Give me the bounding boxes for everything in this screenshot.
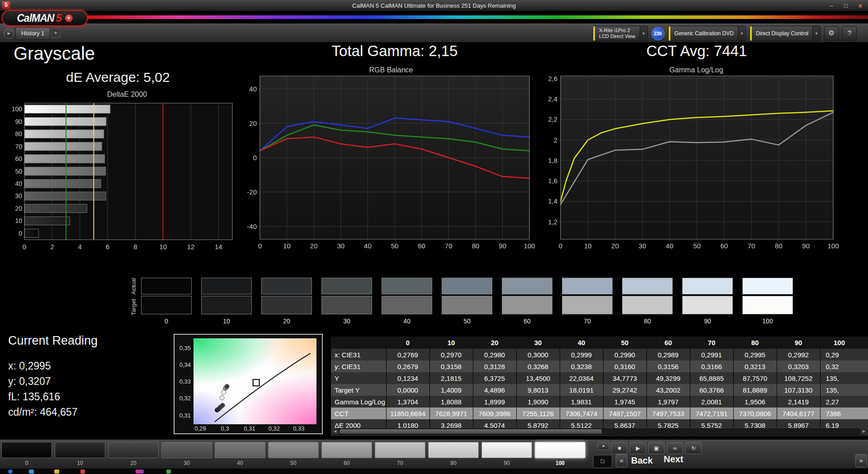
source-dropdown[interactable]: Generic Calibration DVD ▾	[668, 26, 746, 41]
table-cell: 0,32	[820, 360, 868, 372]
svg-text:1,8: 1,8	[548, 156, 557, 164]
back-button[interactable]: « Back	[616, 454, 653, 467]
table-cell: 13,4500	[516, 372, 560, 384]
swatch-label: 10	[201, 318, 252, 325]
grayscale-step-button-20[interactable]: 20	[108, 442, 159, 466]
actual-swatch	[141, 278, 192, 294]
svg-text:1,4: 1,4	[548, 197, 557, 205]
svg-text:40: 40	[666, 242, 674, 250]
refresh-button[interactable]: ↻	[685, 442, 702, 454]
grayscale-step-button-0[interactable]: 0	[1, 442, 52, 466]
maximize-button[interactable]: □	[841, 2, 851, 9]
close-button[interactable]: ×	[855, 2, 865, 9]
swatch-label: 80	[622, 318, 673, 325]
table-cell: 2,1815	[429, 372, 473, 384]
step-label: 60	[321, 460, 372, 466]
step-label: 20	[108, 460, 159, 466]
add-tab-button[interactable]: +	[51, 28, 61, 38]
step-swatch	[321, 442, 372, 458]
table-row: Y0,12342,18156,372513,450022,036434,7773…	[331, 372, 868, 384]
next-button[interactable]: Next	[664, 454, 683, 465]
window-title: CalMAN 5 CalMAN Ultimate for Business 25…	[352, 2, 516, 9]
total-gamma-heading: Total Gamma: 2,15	[286, 43, 503, 60]
chevron-down-icon[interactable]: ▾	[812, 26, 820, 41]
table-cell: 0,3160	[603, 360, 646, 372]
svg-text:80: 80	[775, 242, 783, 250]
grayscale-step-button-30[interactable]: 30	[161, 442, 212, 466]
step-swatch	[215, 442, 265, 458]
table-column-header: 90	[777, 337, 820, 349]
table-cell: 22,0364	[560, 372, 603, 384]
chevron-right-icon[interactable]: »	[855, 454, 867, 467]
gamma-svg-svg: 01020304050607080901002,62,42,221,81,61,…	[538, 75, 854, 252]
table-cell: 81,8889	[733, 384, 777, 396]
loop-button[interactable]: ∞	[667, 442, 683, 454]
tab-history-1[interactable]: History 1	[15, 27, 50, 40]
table-cell: 0,3268	[516, 360, 560, 372]
cct-avg-heading: CCT Avg: 7441	[588, 43, 805, 60]
table-cell: 7497,7533	[646, 408, 690, 419]
svg-text:90: 90	[802, 242, 810, 250]
minimize-button[interactable]: –	[826, 2, 836, 9]
scroll-up-button[interactable]: ▲	[598, 442, 609, 450]
grayscale-step-button-50[interactable]: 50	[268, 442, 319, 466]
grayscale-swatch-column: 80	[622, 278, 673, 325]
scroll-left-icon[interactable]: ◀	[331, 428, 339, 435]
step-label: 0	[1, 460, 52, 466]
table-cell: 0,3156	[646, 360, 690, 372]
svg-text:0: 0	[559, 242, 562, 250]
table-cell: 65,8885	[690, 372, 733, 384]
chevron-down-icon[interactable]: ▾	[640, 26, 647, 41]
target-swatch	[321, 296, 372, 314]
swatch-label: 20	[261, 318, 312, 325]
table-cell: 0,3000	[516, 349, 560, 360]
swatch-label: 90	[682, 318, 733, 325]
panel-toggle-button[interactable]: ▸	[4, 28, 14, 38]
grayscale-step-button-80[interactable]: 80	[428, 442, 479, 466]
grayscale-step-button-100[interactable]: 100	[535, 442, 585, 466]
pattern-window-button[interactable]: □	[593, 455, 612, 468]
app-icon: 5	[2, 1, 10, 9]
stop-button[interactable]: ■	[611, 442, 627, 454]
grayscale-step-button-70[interactable]: 70	[375, 442, 425, 466]
svg-text:0: 0	[258, 242, 262, 250]
grayscale-step-button-90[interactable]: 90	[481, 442, 532, 466]
meter-dropdown[interactable]: X-Rite i1Pro 2 LCD Direct View ▾	[593, 26, 648, 41]
table-cell: 7628,9971	[429, 408, 473, 419]
chevron-down-icon[interactable]: ▾	[738, 26, 745, 41]
scroll-right-icon[interactable]: ▶	[860, 428, 868, 435]
svg-text:10: 10	[159, 243, 167, 251]
grayscale-step-button-60[interactable]: 60	[321, 442, 372, 466]
display-control-dropdown[interactable]: Direct Display Control ▾	[750, 26, 821, 41]
grayscale-step-button-10[interactable]: 10	[55, 442, 105, 466]
calman-window: 5 CalMAN 5 CalMAN Ultimate for Business …	[0, 0, 868, 474]
deltae-plot-svg: 024681012141009080706050403020100	[12, 100, 242, 254]
svg-text:40: 40	[15, 180, 22, 187]
chevron-left-icon: «	[616, 454, 627, 467]
svg-text:-20: -20	[247, 188, 257, 196]
table-scrollbar[interactable]: ◀ ▶	[331, 428, 868, 436]
actual-swatch	[201, 278, 252, 294]
logo-menu-caret-icon[interactable]: ▼	[65, 14, 73, 22]
meter-count-badge[interactable]: 236	[651, 27, 665, 40]
record-button[interactable]: ▣	[648, 442, 665, 454]
step-swatch	[268, 442, 319, 458]
table-cell: 7472,7191	[690, 408, 733, 419]
grayscale-step-button-40[interactable]: 40	[215, 442, 265, 466]
table-cell: 0,3128	[473, 360, 516, 372]
grayscale-swatch-column: 0	[141, 278, 192, 325]
table-cell: 0,0000	[386, 384, 429, 396]
help-icon[interactable]: ?	[842, 26, 857, 41]
swatch-columns: 0102030405060708090100	[141, 278, 793, 325]
gear-icon[interactable]: ⚙	[824, 26, 839, 41]
table-row-label: Gamma Log/Log	[331, 396, 386, 408]
cie-plot: 0,290,30,310,320,330,350,340,330,320,31	[175, 335, 322, 433]
table-cell: 6,3725	[473, 372, 516, 384]
taskbar-sliver	[0, 469, 868, 474]
table-corner-cell	[331, 337, 386, 349]
svg-text:0,32: 0,32	[179, 395, 191, 402]
actual-swatch	[442, 278, 492, 294]
svg-text:100: 100	[12, 105, 22, 113]
play-button[interactable]: ▶	[630, 442, 646, 454]
scrollbar-thumb[interactable]	[340, 429, 602, 434]
